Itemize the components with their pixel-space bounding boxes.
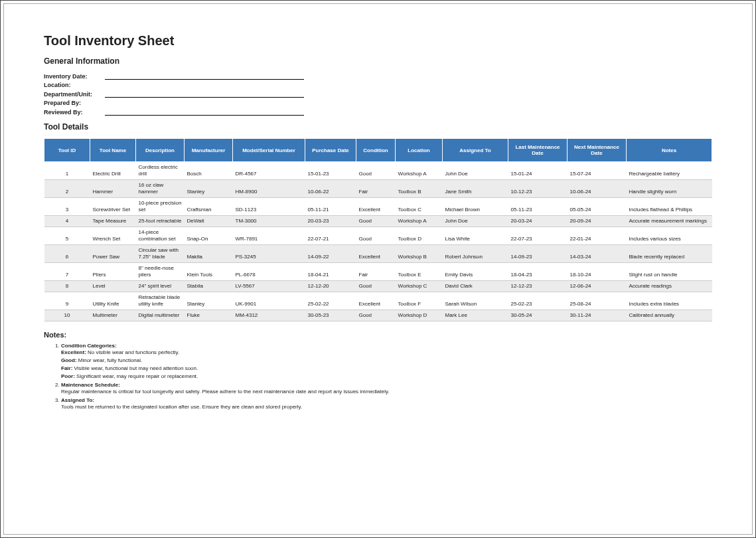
cell-location: Toolbox F [396, 292, 443, 310]
cell-condition: Excellent [356, 292, 396, 310]
cell-manufacturer: DeWalt [185, 216, 233, 227]
cell-notes: Handle slightly worn [627, 180, 712, 198]
cell-condition: Good [356, 227, 396, 245]
cell-next-maintenance: 15-07-24 [567, 162, 627, 180]
table-row: 1Electric DrillCordless electric drillBo… [44, 162, 712, 180]
cell-manufacturer: Klein Tools [185, 263, 233, 281]
cell-model: WR-7891 [233, 227, 305, 245]
cell-purchase-date: 12-12-20 [305, 281, 356, 292]
field-reviewed-by[interactable] [105, 108, 304, 116]
cell-tool-id: 3 [44, 198, 90, 216]
info-row-prepared-by: Prepared By: [44, 100, 712, 106]
table-row: 8Level24" spirit levelStabilaLV-556712-1… [44, 281, 712, 292]
cell-location: Workshop A [396, 216, 443, 227]
cell-last-maintenance: 10-12-23 [508, 180, 567, 198]
cell-assigned-to: John Doe [443, 162, 508, 180]
table-row: 3Screwdriver Set10-piece precision setCr… [44, 198, 712, 216]
cell-purchase-date: 14-09-22 [305, 245, 356, 263]
cell-tool-name: Level [90, 281, 136, 292]
field-inventory-date[interactable] [105, 72, 304, 80]
cell-notes: Blade recently replaced [627, 245, 712, 263]
cell-tool-id: 8 [44, 281, 90, 292]
cell-notes: Slight rust on handle [627, 263, 712, 281]
table-row: 9Utility KnifeRetractable blade utility … [44, 292, 712, 310]
cell-next-maintenance: 05-05-24 [567, 198, 627, 216]
cell-condition: Good [356, 162, 396, 180]
cell-tool-name: Electric Drill [90, 162, 136, 180]
th-next-maintenance: Next Maintenance Date [567, 139, 627, 162]
info-row-department: Department/Unit: [44, 90, 712, 98]
note1-excellent: Excellent: No visible wear and functions… [61, 349, 712, 357]
cell-condition: Good [356, 310, 396, 321]
cell-condition: Excellent [356, 245, 396, 263]
cell-assigned-to: David Clark [443, 281, 508, 292]
cell-location: Toolbox C [396, 198, 443, 216]
th-purchase-date: Purchase Date [305, 139, 356, 162]
note1-fair: Fair: Visible wear, functional but may n… [61, 365, 712, 373]
table-row: 2Hammer16 oz claw hammerStanleyHM-890010… [44, 180, 712, 198]
cell-last-maintenance: 25-02-23 [508, 292, 567, 310]
tool-details-table: Tool ID Tool Name Description Manufactur… [44, 138, 712, 321]
cell-tool-id: 6 [44, 245, 90, 263]
cell-location: Toolbox B [396, 180, 443, 198]
table-row: 7Pliers8" needle-nose pliersKlein ToolsP… [44, 263, 712, 281]
cell-tool-id: 7 [44, 263, 90, 281]
cell-last-maintenance: 15-01-24 [508, 162, 567, 180]
th-condition: Condition [356, 139, 396, 162]
cell-last-maintenance: 14-09-23 [508, 245, 567, 263]
cell-notes: Includes flathead & Phillips [627, 198, 712, 216]
cell-tool-name: Screwdriver Set [90, 198, 136, 216]
table-row: 5Wrench Set14-piece combination setSnap-… [44, 227, 712, 245]
cell-last-maintenance: 18-04-23 [508, 263, 567, 281]
cell-model: PS-3245 [233, 245, 305, 263]
cell-next-maintenance: 25-08-24 [567, 292, 627, 310]
cell-last-maintenance: 05-11-23 [508, 198, 567, 216]
cell-description: Retractable blade utility knife [136, 292, 185, 310]
cell-last-maintenance: 22-07-23 [508, 227, 567, 245]
cell-next-maintenance: 20-09-24 [567, 216, 627, 227]
cell-tool-id: 5 [44, 227, 90, 245]
cell-location: Toolbox E [396, 263, 443, 281]
cell-tool-name: Power Saw [90, 245, 136, 263]
note-maintenance-schedule: Maintenance Schedule: Regular maintenanc… [61, 382, 712, 396]
th-description: Description [136, 139, 185, 162]
cell-next-maintenance: 10-06-24 [567, 180, 627, 198]
cell-assigned-to: Jane Smith [443, 180, 508, 198]
cell-condition: Good [356, 281, 396, 292]
note-condition-categories: Condition Categories: Excellent: No visi… [61, 343, 712, 381]
info-row-location: Location: [44, 82, 712, 88]
field-location[interactable] [104, 82, 303, 88]
cell-notes: Includes extra blades [627, 292, 712, 310]
label-reviewed-by: Reviewed By: [44, 109, 104, 116]
note1-title: Condition Categories: [61, 343, 117, 349]
cell-tool-name: Tape Measure [90, 216, 136, 227]
cell-description: Circular saw with 7.25" blade [136, 245, 185, 263]
document-inner: Tool Inventory Sheet General Information… [3, 3, 753, 535]
cell-location: Workshop B [396, 245, 443, 263]
cell-assigned-to: Mark Lee [443, 310, 508, 321]
label-location: Location: [44, 82, 104, 88]
cell-tool-id: 10 [44, 310, 90, 321]
cell-purchase-date: 05-11-21 [305, 198, 356, 216]
cell-tool-id: 9 [44, 292, 90, 310]
cell-model: DR-4567 [233, 162, 305, 180]
cell-manufacturer: Stanley [185, 292, 233, 310]
cell-assigned-to: Sarah Wilson [443, 292, 508, 310]
cell-model: LV-5567 [233, 281, 305, 292]
cell-tool-name: Hammer [90, 180, 136, 198]
cell-tool-id: 1 [44, 162, 90, 180]
field-prepared-by[interactable] [104, 100, 303, 106]
cell-model: HM-8900 [233, 180, 305, 198]
cell-description: 8" needle-nose pliers [136, 263, 185, 281]
document-page: Tool Inventory Sheet General Information… [0, 0, 756, 538]
label-department: Department/Unit: [44, 91, 104, 98]
cell-location: Workshop C [396, 281, 443, 292]
cell-next-maintenance: 12-06-24 [567, 281, 627, 292]
field-department[interactable] [105, 90, 304, 98]
cell-model: TM-3000 [233, 216, 305, 227]
cell-description: 16 oz claw hammer [136, 180, 185, 198]
cell-next-maintenance: 22-01-24 [567, 227, 627, 245]
cell-purchase-date: 18-04-21 [305, 263, 356, 281]
cell-condition: Excellent [356, 198, 396, 216]
note3-title: Assigned To: [61, 397, 94, 403]
